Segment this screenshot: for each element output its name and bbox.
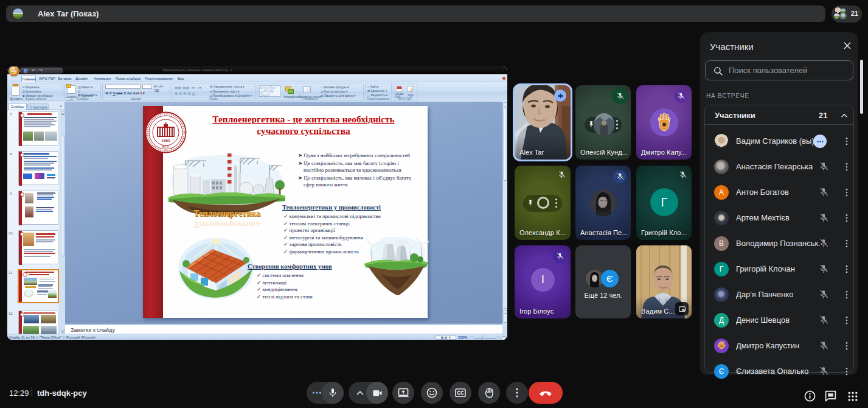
- svg-text:НТУ: НТУ: [162, 145, 170, 149]
- svg-text:1885: 1885: [162, 138, 171, 143]
